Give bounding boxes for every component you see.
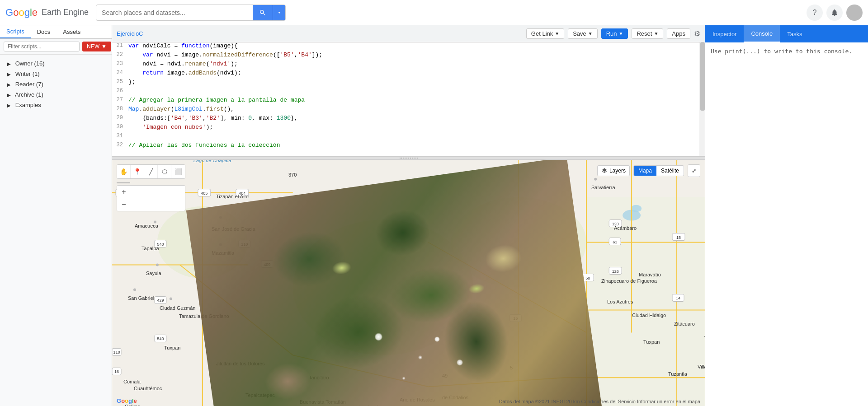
save-button[interactable]: Save ▼ <box>568 28 598 39</box>
google-wordmark: Google <box>5 7 38 19</box>
code-line-32: 32 // Aplicar las dos funciones a la col… <box>112 142 705 151</box>
left-tab-bar: Scripts Docs Assets <box>0 25 112 39</box>
list-item[interactable]: ▶ Archive (1) <box>0 89 112 100</box>
svg-point-60 <box>133 288 136 291</box>
get-link-button[interactable]: Get Link ▼ <box>526 28 564 39</box>
code-line-27: 27 // Agregar la primera imagen a la pan… <box>112 97 705 106</box>
hand-tool-button[interactable]: ✋ <box>117 165 131 178</box>
svg-text:429: 429 <box>157 298 164 303</box>
svg-text:404: 404 <box>239 191 245 196</box>
console-output: Use print(...) to write to this console. <box>705 42 868 60</box>
svg-point-59 <box>156 264 159 266</box>
tab-docs[interactable]: Docs <box>31 25 57 38</box>
tab-inspector[interactable]: Inspector <box>705 25 744 42</box>
reset-button[interactable]: Reset ▼ <box>632 28 663 39</box>
svg-text:110: 110 <box>113 350 120 355</box>
drawing-tools: ✋ 📍 ╱ ⬠ ⬜ <box>117 164 185 179</box>
code-editor-area[interactable]: 21 var ndviCalc = function(image){ 22 va… <box>112 42 705 156</box>
layers-button[interactable]: Layers <box>597 165 630 176</box>
arrow-icon: ▶ <box>7 82 11 87</box>
filter-bar: NEW ▼ ↻ <box>0 39 112 55</box>
svg-text:15: 15 <box>676 235 681 240</box>
search-icon <box>259 9 266 16</box>
tab-tasks[interactable]: Tasks <box>780 25 809 42</box>
code-line-21: 21 var ndviCalc = function(image){ <box>112 42 705 51</box>
tab-scripts[interactable]: Scripts <box>0 25 31 38</box>
svg-text:126: 126 <box>612 269 619 274</box>
notifications-button[interactable] <box>826 5 843 21</box>
svg-text:61: 61 <box>613 240 617 244</box>
right-tab-bar: Inspector Console Tasks <box>705 25 868 42</box>
zoom-controls: + − <box>117 185 185 211</box>
rectangle-tool-button[interactable]: ⬜ <box>171 165 185 178</box>
search-dropdown-button[interactable] <box>273 5 285 21</box>
earth-engine-label: Earth Engine <box>42 8 89 17</box>
resize-dots <box>400 158 418 159</box>
code-editor-panel: EjercicioC Get Link ▼ Save ▼ Run ▼ Reset… <box>112 25 705 156</box>
arrow-icon: ▶ <box>7 93 11 98</box>
map-background: 446 405 404 540 540 429 540 16 <box>112 160 705 406</box>
list-item[interactable]: ▶ Owner (16) <box>0 58 112 69</box>
map-type-mapa-button[interactable]: Mapa <box>634 166 656 176</box>
map-toolbar: ✋ 📍 ╱ ⬠ ⬜ + − <box>117 164 185 211</box>
tab-console[interactable]: Console <box>744 25 780 42</box>
code-line-28: 28 Map.addLayer(L8imgCol.first(), <box>112 106 705 115</box>
code-line-24: 24 return image.addBands(ndvi); <box>112 70 705 79</box>
help-button[interactable]: ? <box>807 5 823 21</box>
svg-text:14: 14 <box>676 296 680 300</box>
new-script-button[interactable]: NEW ▼ <box>82 42 111 51</box>
settings-button[interactable]: ⚙ <box>694 29 700 38</box>
script-list: ▶ Owner (16) ▶ Writer (1) ▶ Reader (7) ▶… <box>0 55 112 406</box>
dropdown-arrow-icon: ▼ <box>101 43 107 50</box>
map-type-satelite-button[interactable]: Satélite <box>656 166 684 176</box>
code-line-25: 25 }; <box>112 79 705 88</box>
svg-point-64 <box>594 178 597 181</box>
svg-rect-4 <box>586 197 705 406</box>
separator-line <box>117 182 130 183</box>
right-panel: Inspector Console Tasks Use print(...) t… <box>705 25 868 406</box>
list-item[interactable]: ▶ Reader (7) <box>0 79 112 89</box>
arrow-icon: ▶ <box>7 61 11 66</box>
map-attribution: Datos del mapa ©2021 INEGI 20 km Condici… <box>499 399 700 404</box>
user-avatar[interactable] <box>846 5 863 21</box>
dropdown-arrow-icon: ▼ <box>555 31 559 36</box>
svg-point-61 <box>170 297 172 300</box>
apps-button[interactable]: Apps <box>667 28 690 39</box>
map-container[interactable]: 446 405 404 540 540 429 540 16 <box>112 160 705 406</box>
polygon-tool-button[interactable]: ⬠ <box>158 165 171 178</box>
search-bar <box>96 5 286 21</box>
resize-handle[interactable] <box>112 156 705 160</box>
scrollbar-track[interactable] <box>699 42 705 156</box>
zoom-in-button[interactable]: + <box>117 186 131 198</box>
fullscreen-button[interactable]: ⤢ <box>688 164 700 177</box>
svg-text:16: 16 <box>114 369 119 374</box>
svg-text:540: 540 <box>157 242 164 247</box>
zoom-out-button[interactable]: − <box>117 198 131 211</box>
code-toolbar: EjercicioC Get Link ▼ Save ▼ Run ▼ Reset… <box>112 25 705 42</box>
left-panel: Scripts Docs Assets NEW ▼ ↻ ▶ Owner (16)… <box>0 25 112 406</box>
run-button[interactable]: Run ▼ <box>601 28 628 39</box>
layers-icon <box>601 168 608 174</box>
tab-assets[interactable]: Assets <box>57 25 87 38</box>
dropdown-arrow-icon: ▼ <box>654 31 658 36</box>
svg-point-58 <box>154 221 156 224</box>
list-item[interactable]: ▶ Examples <box>0 100 112 110</box>
code-line-26: 26 <box>112 88 705 97</box>
filter-scripts-input[interactable] <box>4 42 80 51</box>
svg-text:50: 50 <box>585 276 590 280</box>
line-tool-button[interactable]: ╱ <box>144 165 158 178</box>
map-type-switcher: Mapa Satélite <box>633 165 684 176</box>
code-line-30: 30 'Imagen con nubes'); <box>112 124 705 133</box>
file-name-label: EjercicioC <box>117 30 523 37</box>
dropdown-arrow-icon: ▼ <box>619 31 623 36</box>
arrow-icon: ▶ <box>7 72 11 77</box>
scrollbar-thumb[interactable] <box>700 42 705 111</box>
main-layout: Scripts Docs Assets NEW ▼ ↻ ▶ Owner (16)… <box>0 25 868 406</box>
marker-tool-button[interactable]: 📍 <box>131 165 144 178</box>
app-logo: Google Earth Engine <box>5 7 89 19</box>
search-input[interactable] <box>96 9 253 16</box>
list-item[interactable]: ▶ Writer (1) <box>0 69 112 79</box>
search-button[interactable] <box>253 5 273 21</box>
code-line-31: 31 <box>112 133 705 142</box>
svg-point-6 <box>631 205 642 212</box>
